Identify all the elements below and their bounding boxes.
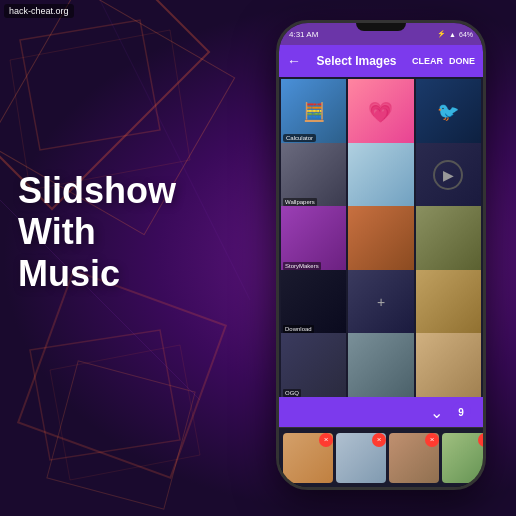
watermark: hack-cheat.org xyxy=(4,4,74,18)
title-line3: Music xyxy=(18,253,176,294)
grid-cell-5[interactable]: ▶ xyxy=(416,143,481,208)
grid-cell-10[interactable]: + xyxy=(348,270,413,335)
grid-cell-14[interactable] xyxy=(416,333,481,397)
grid-cell-1[interactable]: 💗 xyxy=(348,79,413,144)
grid-cell-12[interactable]: OGQ xyxy=(281,333,346,397)
phone-notch xyxy=(356,23,406,31)
selected-thumb-3[interactable]: × xyxy=(442,433,486,483)
phone-bottom-nav: ‹ □ ⊞ xyxy=(279,487,483,490)
folder-label-0: Calculator xyxy=(283,134,316,142)
grid-cell-4[interactable] xyxy=(348,143,413,208)
selected-thumb-1[interactable]: × xyxy=(336,433,386,483)
main-title: Slidshow With Music xyxy=(18,170,176,294)
battery-icon: 64% xyxy=(459,31,473,38)
grid-cell-11[interactable] xyxy=(416,270,481,335)
status-icons: ⚡ ▲ 64% xyxy=(437,30,473,38)
status-time: 4:31 AM xyxy=(289,30,318,39)
done-button[interactable]: DONE xyxy=(449,56,475,66)
title-line2: With xyxy=(18,211,176,252)
clear-button[interactable]: CLEAR xyxy=(412,56,443,66)
app-bar: ← Select Images CLEAR DONE xyxy=(279,45,483,77)
phone-screen: 4:31 AM ⚡ ▲ 64% ← Select Images CLEAR DO… xyxy=(276,20,486,490)
selected-thumb-2[interactable]: × xyxy=(389,433,439,483)
selected-strip: × × × × xyxy=(279,427,483,487)
selection-count-badge: 9 xyxy=(451,402,471,422)
selected-thumb-0[interactable]: × xyxy=(283,433,333,483)
remove-thumb-2[interactable]: × xyxy=(425,433,439,447)
grid-cell-13[interactable] xyxy=(348,333,413,397)
scroll-indicator[interactable]: ⌄ 9 xyxy=(279,397,483,427)
remove-thumb-0[interactable]: × xyxy=(319,433,333,447)
image-grid[interactable]: 🧮 Calculator 💗 🐦 Wallpapers xyxy=(279,77,483,397)
scroll-chevron-icon: ⌄ xyxy=(430,403,443,422)
grid-cell-6[interactable]: StoryMakers xyxy=(281,206,346,271)
wifi-icon: ▲ xyxy=(449,31,456,38)
grid-cell-0[interactable]: 🧮 Calculator xyxy=(281,79,346,144)
grid-cell-8[interactable] xyxy=(416,206,481,271)
grid-cell-2[interactable]: 🐦 xyxy=(416,79,481,144)
grid-cell-7[interactable] xyxy=(348,206,413,271)
back-button[interactable]: ← xyxy=(287,53,301,69)
remove-thumb-1[interactable]: × xyxy=(372,433,386,447)
bluetooth-icon: ⚡ xyxy=(437,30,446,38)
app-bar-title: Select Images xyxy=(307,54,406,68)
title-line1: Slidshow xyxy=(18,170,176,211)
grid-cell-9[interactable]: Download xyxy=(281,270,346,335)
app-bar-actions: CLEAR DONE xyxy=(412,56,475,66)
remove-thumb-3[interactable]: × xyxy=(478,433,486,447)
phone-mockup: 4:31 AM ⚡ ▲ 64% ← Select Images CLEAR DO… xyxy=(276,20,486,490)
grid-cell-3[interactable]: Wallpapers xyxy=(281,143,346,208)
